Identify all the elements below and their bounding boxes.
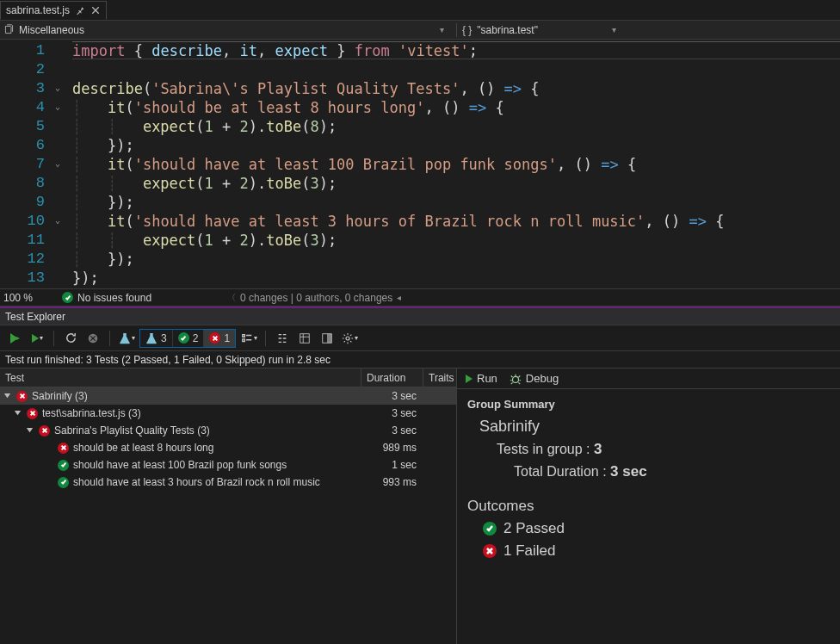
column-header-traits[interactable]: Traits [423,368,456,387]
fold-chevron-icon[interactable]: ⌄ [55,155,60,174]
pass-icon [483,522,497,536]
columns-button[interactable] [295,329,314,348]
run-button[interactable]: ▾ [28,329,46,348]
test-tree-rows: Sabrinify (3)3 sectest\sabrina.test.js (… [0,387,456,644]
svg-rect-1 [300,333,310,343]
outcome-filter: 3 2 1 [139,329,236,348]
bug-icon [510,373,522,385]
test-tree-panel: Test Duration Traits Sabrinify (3)3 sect… [0,368,457,644]
editor-tab[interactable]: sabrina.test.js [0,1,107,20]
close-icon[interactable] [90,5,101,15]
test-explorer-title: Test Explorer [0,308,840,325]
pin-icon[interactable] [75,5,85,15]
detail-toolbar: Run Debug [457,368,840,389]
chevron-down-icon: ▾ [612,25,616,34]
test-explorer-toolbar: ▸ ▾ ▾ 3 2 1 ▾ ▾ [0,325,840,351]
test-duration: 993 ms [361,476,423,488]
chevron-right-icon: ◂ [397,293,401,302]
group-by-button[interactable] [273,329,292,348]
fail-icon [16,391,28,402]
pass-icon [178,332,189,344]
test-duration: 3 sec [361,390,423,402]
chevron-left-icon: 〈 [227,292,236,304]
fail-icon [39,425,50,437]
line-number-gutter: 12345678910111213 [0,40,52,288]
test-label: should have at least 100 Brazil pop funk… [73,459,287,471]
filter-passed[interactable]: 2 [173,330,205,347]
run-all-button[interactable]: ▸ [5,329,24,348]
play-icon [466,375,472,383]
error-indicator[interactable]: No issues found [62,292,217,304]
test-row[interactable]: should have at least 3 hours of Brazil r… [0,474,456,491]
editor-status-bar: 100 % No issues found 〈 0 changes | 0 au… [0,289,840,307]
zoom-level[interactable]: 100 % [3,292,52,304]
outcomes-heading: Outcomes [467,498,830,515]
test-row[interactable]: Sabrinify (3)3 sec [0,387,456,405]
column-header-test[interactable]: Test [0,368,361,387]
filter-passed-count: 2 [193,332,199,344]
expander-icon[interactable] [2,393,12,400]
test-detail-panel: Run Debug Group Summary Sabrinify Tests … [457,368,840,644]
project-scope-dropdown[interactable]: Miscellaneous ▾ [3,24,451,36]
test-row[interactable]: should have at least 100 Brazil pop funk… [0,456,456,474]
detail-debug-button[interactable]: Debug [510,372,559,385]
test-label: test\sabrina.test.js (3) [42,407,141,419]
layout-button[interactable] [318,329,337,348]
view-options-button[interactable]: ▾ [239,329,258,348]
total-duration: Total Duration : 3 sec [514,463,830,480]
settings-button[interactable]: ▾ [340,329,359,348]
fold-chevron-icon[interactable]: ⌄ [55,212,60,231]
svg-point-4 [346,336,349,339]
test-label: should have at least 3 hours of Brazil r… [73,476,320,488]
fail-icon [209,332,220,344]
svg-rect-3 [327,333,331,343]
filter-total[interactable]: 3 [140,330,173,347]
pass-icon [58,460,69,471]
chevron-down-icon: ▾ [440,25,451,34]
svg-point-5 [512,376,518,382]
repeat-last-run-button[interactable] [61,329,80,348]
group-summary-heading: Group Summary [467,398,830,411]
test-tree-headers: Test Duration Traits [0,368,456,387]
separator [456,23,457,37]
test-duration: 1 sec [361,459,423,471]
pass-icon [58,477,69,488]
test-explorer-body: Test Duration Traits Sabrinify (3)3 sect… [0,368,840,644]
show-test-playlist-button[interactable]: ▾ [117,329,136,348]
member-scope-dropdown[interactable]: { } "sabrina.test" ▾ [462,24,616,36]
column-header-duration[interactable]: Duration [361,368,423,387]
files-icon [3,24,15,35]
document-tab-bar: sabrina.test.js [0,0,840,21]
test-duration: 3 sec [361,424,423,437]
fold-chevron-icon[interactable]: ⌄ [55,79,60,98]
test-row[interactable]: test\sabrina.test.js (3)3 sec [0,405,456,422]
expander-icon[interactable] [12,410,22,418]
fail-icon [483,544,497,558]
detail-run-button[interactable]: Run [466,372,497,385]
test-label: should be at least 8 hours long [73,442,213,454]
codelens-changes[interactable]: 〈 0 changes | 0 authors, 0 changes ◂ [227,292,401,304]
test-row[interactable]: Sabrina's Playlist Quality Tests (3)3 se… [0,422,456,439]
cancel-run-button[interactable] [83,329,102,348]
fold-chevron-icon[interactable]: ⌄ [55,98,60,117]
expander-icon[interactable] [24,427,34,435]
test-label: Sabrinify (3) [32,390,88,402]
code-editor[interactable]: 12345678910111213 ⌄ ⌄ ⌄ ⌄ import { descr… [0,40,840,289]
filter-total-count: 3 [161,332,167,344]
code-content[interactable]: import { describe, it, expect } from 'vi… [72,40,840,288]
fold-gutter: ⌄ ⌄ ⌄ ⌄ [52,40,72,288]
braces-icon: { } [462,24,472,36]
fail-icon [27,408,38,419]
project-scope-label: Miscellaneous [19,24,84,36]
test-duration: 3 sec [361,407,423,419]
filter-failed[interactable]: 1 [204,330,235,347]
outcome-failed[interactable]: 1 Failed [483,542,830,560]
outcome-passed[interactable]: 2 Passed [483,520,830,537]
member-scope-label: "sabrina.test" [477,24,538,36]
test-row[interactable]: should be at least 8 hours long989 ms [0,439,456,456]
test-duration: 989 ms [361,442,423,454]
issues-label: No issues found [77,292,151,304]
changes-label: 0 changes | 0 authors, 0 changes [240,292,392,304]
test-run-status: Test run finished: 3 Tests (2 Passed, 1 … [0,351,840,368]
filter-failed-count: 1 [224,332,230,344]
